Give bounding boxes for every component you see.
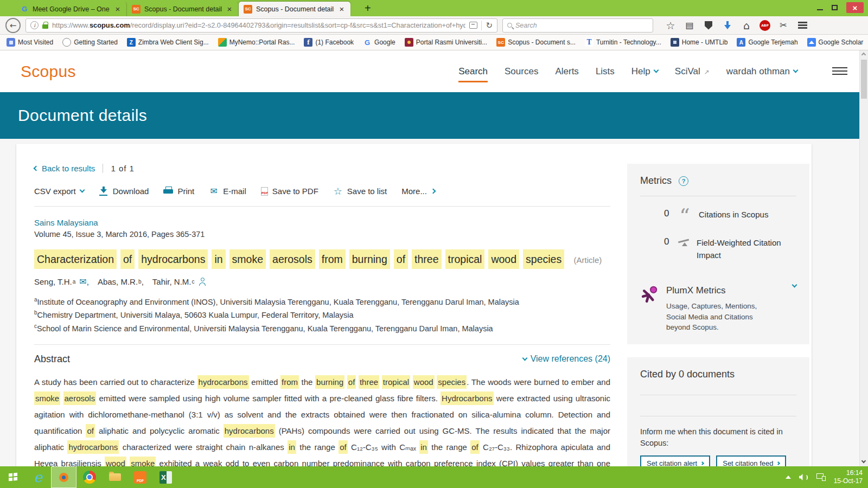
chrome-icon[interactable] <box>76 466 102 488</box>
source-title-link[interactable]: Sains Malaysiana <box>34 218 610 227</box>
url-text[interactable]: https://www.scopus.com/record/display.ur… <box>52 21 465 29</box>
divider <box>34 206 610 207</box>
action-button[interactable]: CSV export <box>34 187 84 196</box>
author-icon[interactable] <box>199 278 206 286</box>
abstract-segment: from <box>280 375 299 389</box>
document-card: Back to results 1 of 1 CSV export Downlo… <box>16 144 812 466</box>
volume-icon[interactable] <box>799 474 808 481</box>
metrics-panel: Metrics 0 Citations in Scopus 0 <box>627 164 809 344</box>
firefox-icon[interactable] <box>51 466 76 488</box>
title-word: wood <box>488 249 519 269</box>
browser-search-box[interactable] <box>502 18 653 33</box>
page-info-icon[interactable] <box>30 21 39 29</box>
bookmark-item[interactable]: Home - UMTLib <box>671 38 728 47</box>
bookmark-item[interactable]: Google <box>363 38 395 47</box>
author[interactable]: Tahir, N.M.c <box>152 277 206 286</box>
browser-tab[interactable]: Scopus - Document details <box>127 2 239 16</box>
action-button[interactable]: Save to list <box>333 187 387 196</box>
tab-close-icon[interactable] <box>114 5 122 13</box>
author[interactable]: Seng, T.H.a, <box>34 277 89 287</box>
action-button[interactable]: E-mail <box>209 187 246 196</box>
scopus-nav-item[interactable]: Search <box>458 66 488 77</box>
scroll-up-icon[interactable] <box>861 53 866 57</box>
file-explorer-icon[interactable] <box>102 466 127 488</box>
action-button[interactable]: Save to PDF <box>261 187 318 196</box>
bookmark-star-icon[interactable] <box>665 20 676 31</box>
bookmark-item[interactable]: Portal Rasmi Universiti... <box>405 38 487 47</box>
author-separator: , <box>142 277 144 286</box>
back-to-results-link[interactable]: Back to results <box>34 164 95 173</box>
reload-icon[interactable] <box>486 21 493 30</box>
start-button[interactable] <box>0 466 25 488</box>
set-citation-button[interactable]: Set citation feed <box>716 455 786 467</box>
tab-close-icon[interactable] <box>338 5 346 13</box>
title-word: burning <box>349 249 390 269</box>
maximize-button[interactable] <box>832 5 838 10</box>
scopus-nav-item[interactable]: Sources <box>505 66 538 77</box>
action-icon <box>333 187 343 196</box>
close-button[interactable] <box>846 2 864 13</box>
bookmark-item[interactable]: (1) Facebook <box>304 38 354 47</box>
back-to-results-label: Back to results <box>42 164 95 173</box>
search-input[interactable] <box>515 22 648 29</box>
browser-tab[interactable]: Scopus - Document details <box>239 2 350 16</box>
help-question-icon[interactable] <box>679 176 688 186</box>
back-button[interactable] <box>5 18 21 33</box>
foxit-pdf-icon[interactable] <box>127 466 153 488</box>
bookmark-item[interactable]: Scopus - Document s... <box>496 38 576 47</box>
bookmark-item[interactable]: Google Scholar <box>807 38 864 47</box>
action-button[interactable]: Download <box>99 187 149 196</box>
scopus-logo[interactable]: Scopus <box>21 62 76 81</box>
scopus-nav-item[interactable]: Lists <box>596 66 615 77</box>
scopus-nav-item[interactable]: wardah othman <box>726 66 797 77</box>
view-references-link[interactable]: View references (24) <box>523 354 610 364</box>
excel-icon[interactable] <box>153 466 178 488</box>
page-scrollbar[interactable] <box>859 50 868 466</box>
internet-explorer-icon[interactable] <box>25 466 51 488</box>
reading-list-icon[interactable] <box>684 20 695 31</box>
scopus-nav-item[interactable]: Alerts <box>555 66 578 77</box>
adblock-plus-icon[interactable] <box>760 20 770 31</box>
author-icon[interactable] <box>79 277 86 287</box>
bookmark-item[interactable]: Most Visited <box>7 38 53 47</box>
minimize-button[interactable] <box>817 9 823 10</box>
bookmark-item[interactable]: Zimbra Web Client Sig... <box>127 38 209 47</box>
bookmark-label: Turnitin - Technology... <box>596 38 661 46</box>
action-button[interactable]: More... <box>401 187 435 196</box>
hamburger-menu-icon[interactable] <box>796 20 808 31</box>
downloads-arrow-icon[interactable] <box>722 20 733 31</box>
set-citation-button[interactable]: Set citation alert <box>640 455 710 467</box>
bookmark-favicon <box>496 38 505 47</box>
url-bar[interactable]: https://www.scopus.com/record/display.ur… <box>25 18 497 33</box>
chevron-down-icon[interactable] <box>792 282 797 288</box>
scrollbar-thumb[interactable] <box>861 60 867 99</box>
network-icon[interactable] <box>816 473 826 481</box>
plumx-title[interactable]: PlumX Metrics <box>666 285 757 296</box>
scopus-nav-item[interactable]: Help <box>631 66 658 77</box>
tab-close-icon[interactable] <box>226 5 233 13</box>
action-button[interactable]: Print <box>163 187 194 196</box>
bookmark-item[interactable]: Getting Started <box>62 38 118 47</box>
scopus-menu-icon[interactable] <box>832 67 847 76</box>
new-tab-button[interactable]: + <box>358 1 378 16</box>
scroll-down-icon[interactable] <box>861 459 866 463</box>
metric-label: Field-Weighted Citation Impact <box>697 236 792 261</box>
metric-label: Citations in Scopus <box>699 208 794 221</box>
chevron-down-icon <box>653 68 659 73</box>
abstract-segment: of <box>470 440 480 454</box>
taskbar-clock[interactable]: 16:14 15-Oct-17 <box>834 469 863 485</box>
shield-icon[interactable] <box>703 20 714 31</box>
reader-mode-icon[interactable] <box>469 22 477 29</box>
title-word: tropical <box>445 249 485 269</box>
scopus-nav-item[interactable]: SciVal <box>675 66 710 77</box>
bookmark-item[interactable]: Turnitin - Technology... <box>585 38 661 47</box>
home-icon[interactable] <box>741 20 752 31</box>
browser-tab[interactable]: Meet Google Drive – One pla <box>15 2 127 16</box>
bookmark-item[interactable]: Google Terjemah <box>737 38 797 47</box>
author[interactable]: Abas, M.R.b, <box>98 277 144 286</box>
screenshot-scissors-icon[interactable] <box>777 20 789 31</box>
abstract-segment: aerosols <box>63 391 97 405</box>
bookmark-item[interactable]: MyNemo::Portal Ras... <box>218 38 295 47</box>
abstract-segment: three <box>359 375 379 389</box>
tray-expand-icon[interactable] <box>786 476 791 479</box>
